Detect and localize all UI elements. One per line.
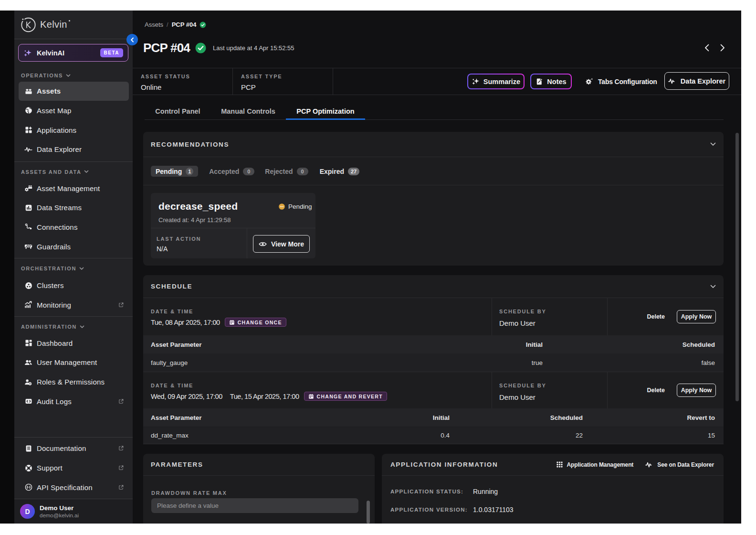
sidebar-item-connections[interactable]: Connections <box>14 217 133 237</box>
schedule-table-2-header: Asset Parameter Initial Scheduled Revert… <box>143 408 724 427</box>
schedule-date: Tue, 08 Apr 2025, 17:00 <box>151 319 220 326</box>
date-time-label: DATE & TIME <box>151 309 193 314</box>
parameters-title: PARAMETERS <box>151 461 203 468</box>
brand-name: Kelvin <box>40 19 67 30</box>
brand-logo[interactable]: Kelvin <box>14 11 133 39</box>
chevron-down-icon <box>80 325 84 329</box>
sidebar-item-assets[interactable]: Assets <box>19 82 129 101</box>
recommendation-card[interactable]: decrease_speed Pending Created at: 4 Apr… <box>151 193 315 258</box>
gear-sparkle-icon <box>585 77 594 86</box>
section-label-orchestration[interactable]: ORCHESTRATION <box>14 258 133 271</box>
sidebar-item-asset-management[interactable]: Asset Management <box>14 179 133 198</box>
asset-type-cell: ASSET TYPE PCP <box>233 68 333 95</box>
view-more-button[interactable]: View More <box>253 235 310 253</box>
apply-now-button[interactable]: Apply Now <box>677 310 716 323</box>
schedule-by-label: SCHEDULE BY <box>499 309 546 314</box>
sidebar-item-monitoring[interactable]: Monitoring <box>14 295 133 315</box>
recommendations-title: RECOMMENDATIONS <box>151 141 229 148</box>
active-tab-underline <box>286 118 365 120</box>
main-scrollbar[interactable] <box>735 133 739 401</box>
api-icon <box>24 483 32 491</box>
count-badge: 27 <box>348 168 359 175</box>
filter-expired[interactable]: Expired 27 <box>320 166 360 177</box>
section-label-operations[interactable]: OPERATIONS <box>14 73 133 78</box>
recommendation-name: decrease_speed <box>158 201 238 212</box>
sidebar-item-audit-logs[interactable]: Audit Logs <box>14 392 133 411</box>
tab-pcp-optimization[interactable]: PCP Optimization <box>286 95 365 119</box>
sidebar-item-support[interactable]: Support <box>14 458 133 478</box>
schedule-by-value: Demo User <box>499 393 536 401</box>
application-status-value: Running <box>473 488 498 495</box>
sidebar-item-roles-permissions[interactable]: Roles & Permissions <box>14 372 133 392</box>
chevron-down-icon <box>710 142 716 146</box>
sidebar-item-documentation[interactable]: Documentation <box>14 439 133 459</box>
apply-now-button[interactable]: Apply Now <box>677 384 716 397</box>
filter-pending[interactable]: Pending 1 <box>151 166 198 177</box>
last-update-text: Last update at 4 Apr 15:52:55 <box>213 44 294 52</box>
application-management-link[interactable]: Application Management <box>556 461 633 468</box>
asset-type-value: PCP <box>241 83 256 91</box>
schedule-by-value: Demo User <box>499 319 536 327</box>
sidebar-item-applications[interactable]: Applications <box>14 120 133 140</box>
count-badge: 0 <box>297 168 308 175</box>
tabs-baseline <box>145 119 724 120</box>
sidebar-item-guardrails[interactable]: Guardrails <box>14 237 133 257</box>
change-and-revert-chip[interactable]: CHANGE AND REVERT <box>304 392 387 401</box>
chevron-down-icon <box>66 74 71 77</box>
beta-badge: BETA <box>100 48 123 57</box>
prev-asset-button[interactable] <box>703 44 711 52</box>
recommendation-created: Created at: 4 Apr 11:29:58 <box>158 216 231 224</box>
sidebar-item-data-explorer[interactable]: Data Explorer <box>14 139 133 159</box>
trademark-dot <box>69 20 70 21</box>
monitoring-icon <box>24 301 32 309</box>
sidebar-item-api-specification[interactable]: API Specification <box>14 478 133 497</box>
pulse-icon <box>24 146 32 153</box>
change-once-chip[interactable]: CHANGE ONCE <box>225 318 286 327</box>
filter-rejected[interactable]: Rejected 0 <box>265 166 308 177</box>
drawdown-rate-max-input[interactable] <box>151 498 358 513</box>
sidebar-item-dashboard[interactable]: Dashboard <box>14 333 133 353</box>
sidebar-section-orchestration: ORCHESTRATION Clusters Monitoring <box>14 258 133 314</box>
notes-button[interactable]: Notes <box>530 74 572 89</box>
last-action-label: LAST ACTION <box>157 236 201 242</box>
tabs-configuration-button[interactable]: Tabs Configuration <box>585 74 657 89</box>
sidebar-item-user-management[interactable]: User Management <box>14 353 133 373</box>
data-streams-icon <box>24 204 32 212</box>
audit-logs-icon <box>24 397 32 405</box>
parameters-scrollbar[interactable] <box>367 501 370 524</box>
external-link-icon <box>118 445 124 451</box>
waveform-icon <box>668 77 676 85</box>
next-asset-button[interactable] <box>719 44 726 52</box>
delete-button[interactable]: Delete <box>647 387 665 394</box>
data-explorer-button[interactable]: Data Explorer <box>664 72 729 90</box>
breadcrumb-current: PCP #04 <box>172 21 197 28</box>
tab-control-panel[interactable]: Control Panel <box>145 95 210 119</box>
chevron-down-icon <box>710 285 716 289</box>
kelvinai-button[interactable]: KelvinAI BETA <box>18 44 128 62</box>
grid-icon <box>556 461 563 468</box>
see-on-data-explorer-link[interactable]: See on Data Explorer <box>645 461 714 469</box>
breadcrumb-assets-link[interactable]: Assets <box>145 21 163 28</box>
page-title: PCP #04 <box>143 41 190 55</box>
sidebar-collapse-button[interactable] <box>126 34 138 45</box>
section-label-assets-and-data[interactable]: ASSETS AND DATA <box>14 162 133 175</box>
sidebar-section-operations: OPERATIONS Assets Asset Map Applications… <box>14 73 133 159</box>
title-row: PCP #04 Last update at 4 Apr 15:52:55 <box>143 41 294 55</box>
divider <box>247 228 247 258</box>
sidebar-item-asset-map[interactable]: Asset Map <box>14 101 133 120</box>
delete-button[interactable]: Delete <box>647 313 665 320</box>
sidebar-footer: Documentation Support API Specification … <box>14 437 133 524</box>
sidebar-item-data-streams[interactable]: Data Streams <box>14 198 133 218</box>
breadcrumb: Assets / PCP #04 <box>145 21 206 28</box>
sparkles-icon <box>472 77 480 86</box>
sidebar: Kelvin KelvinAI BETA OPERATIONS Assets A… <box>14 11 133 524</box>
sidebar-item-clusters[interactable]: Clusters <box>14 276 133 295</box>
recommendations-header[interactable]: RECOMMENDATIONS <box>143 132 724 157</box>
filter-accepted[interactable]: Accepted 0 <box>209 166 254 177</box>
application-version-value: 1.0.03171103 <box>473 506 514 514</box>
section-label-administration[interactable]: ADMINISTRATION <box>14 317 133 330</box>
summarize-button[interactable]: Summarize <box>467 74 525 89</box>
tab-manual-controls[interactable]: Manual Controls <box>210 95 286 119</box>
schedule-header[interactable]: SCHEDULE <box>143 275 724 298</box>
user-menu[interactable]: D Demo User demo@kelvin.ai <box>14 499 133 524</box>
